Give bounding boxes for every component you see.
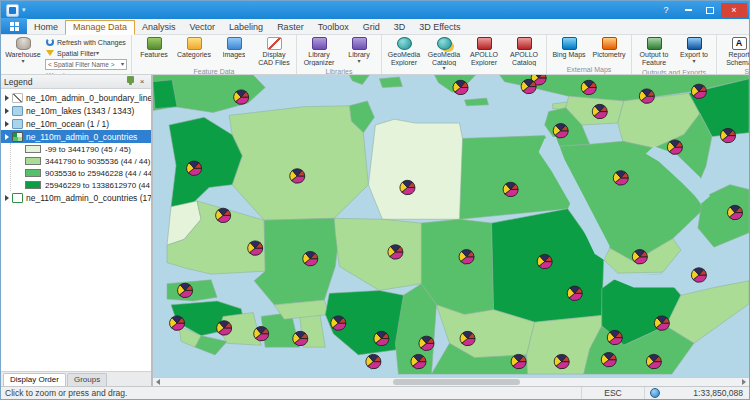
app-menu-icon: [10, 22, 19, 31]
report-schema-icon: A: [732, 37, 747, 50]
thematic-layer-icon: [12, 132, 23, 142]
minimize-button[interactable]: [677, 3, 699, 18]
maximize-icon: [706, 7, 714, 14]
library-icon: [352, 37, 367, 50]
legend-entry-lakes[interactable]: ne_10m_lakes (1343 / 1343): [1, 104, 151, 117]
pictometry-icon: [602, 37, 617, 50]
refresh-with-changes-button[interactable]: Refresh with Changes: [45, 37, 127, 47]
legend-entry-boundary-lines[interactable]: ne_10m_admin_0_boundary_lines_land (: [1, 91, 151, 104]
images-button[interactable]: Images: [214, 36, 254, 60]
tab-manage-data[interactable]: Manage Data: [65, 20, 135, 35]
legend-class-row[interactable]: 9035536 to 25946228 (44 / 44): [11, 167, 151, 179]
library-organizer-button[interactable]: Library Organizer: [299, 36, 339, 67]
status-bar: Click to zoom or press and drag. ESC 1:3…: [1, 386, 749, 399]
scroll-right-icon: [742, 379, 746, 385]
status-message: Click to zoom or press and drag.: [1, 388, 581, 398]
pictometry-button[interactable]: Pictometry: [589, 36, 629, 60]
warehouse-button[interactable]: Warehouse ▾: [3, 36, 43, 65]
minimize-icon: [685, 9, 692, 11]
cad-file-icon: [267, 37, 282, 50]
ribbon-group-libraries: Library Organizer Library ▾ Libraries: [297, 35, 382, 74]
tree-arrow-icon: [5, 108, 9, 114]
legend-class-row[interactable]: 25946229 to 1338612970 (44 / 44): [11, 179, 151, 191]
geomedia-explorer-button[interactable]: GeoMedia Explorer: [384, 36, 424, 67]
legend-entry-ocean[interactable]: ne_10m_ocean (1 / 1): [1, 117, 151, 130]
help-button[interactable]: ?: [655, 3, 677, 18]
filter-icon: [46, 50, 54, 56]
maximize-button[interactable]: [699, 3, 721, 18]
legend-entry-countries[interactable]: ne_110m_admin_0_countries (177 / 177): [1, 191, 151, 204]
features-icon: [147, 37, 162, 50]
legend-entry-countries-theme[interactable]: ne_110m_admin_0_countries: [1, 130, 151, 143]
ribbon-group-external-maps: Bing Maps Pictometry External Maps: [547, 35, 632, 74]
export-icon: [687, 37, 702, 50]
legend-close-button[interactable]: ×: [136, 76, 148, 87]
tab-home[interactable]: Home: [27, 21, 65, 34]
title-bar: ▾ ? ×: [1, 1, 749, 19]
globe-icon: [650, 388, 660, 398]
esc-indicator: ESC: [581, 387, 645, 399]
area-layer-icon: [12, 193, 23, 203]
map-view[interactable]: [153, 75, 749, 386]
apollo-catalog-button[interactable]: APOLLO Catalog: [504, 36, 544, 67]
tab-analysis[interactable]: Analysis: [135, 21, 183, 34]
tree-arrow-icon: [5, 121, 9, 127]
tab-groups[interactable]: Groups: [67, 373, 107, 386]
chevron-down-icon: ▾: [357, 59, 360, 64]
output-to-feature-classes-button[interactable]: Output to Feature Classes: [634, 36, 674, 68]
tab-3d-effects[interactable]: 3D Effects: [412, 21, 467, 34]
scrollbar-thumb[interactable]: [393, 379, 520, 385]
spatial-filter-button[interactable]: Spatial Filter ▾: [45, 48, 127, 58]
apollo-explorer-icon: [477, 37, 492, 50]
quick-access-dropdown-icon[interactable]: ▾: [22, 6, 26, 14]
map-canvas: [153, 75, 749, 377]
tab-labeling[interactable]: Labeling: [222, 21, 270, 34]
export-to-button[interactable]: Export to ▾: [674, 36, 714, 65]
ribbon-group-schemas: A Report Schema A Schema Manager Schemas: [717, 35, 749, 74]
tab-vector[interactable]: Vector: [183, 21, 223, 34]
scrollbar-track[interactable]: [163, 378, 739, 386]
tab-3d[interactable]: 3D: [387, 21, 413, 34]
bing-maps-button[interactable]: Bing Maps: [549, 36, 589, 60]
group-label-schemas: Schemas: [719, 67, 749, 75]
lakes-layer-icon: [12, 106, 23, 116]
app-window: ▾ ? × Home Manage Data Analysis Vector L…: [0, 0, 750, 400]
tab-grid[interactable]: Grid: [356, 21, 387, 34]
map-scale-value[interactable]: 1:33,850,088: [665, 388, 749, 398]
geomedia-catalog-button[interactable]: GeoMedia Catalog ▾: [424, 36, 464, 72]
scroll-right-button[interactable]: [739, 378, 749, 386]
group-label-libraries: Libraries: [299, 67, 379, 75]
tree-arrow-icon: [5, 134, 9, 140]
line-layer-icon: [12, 93, 23, 103]
tab-toolbox[interactable]: Toolbox: [311, 21, 356, 34]
bing-maps-icon: [562, 37, 577, 50]
images-icon: [227, 37, 242, 50]
categories-button[interactable]: Categories: [174, 36, 214, 60]
tab-display-order[interactable]: Display Order: [3, 373, 66, 386]
tab-raster[interactable]: Raster: [270, 21, 311, 34]
close-button[interactable]: ×: [721, 3, 747, 18]
library-button[interactable]: Library ▾: [339, 36, 379, 65]
apollo-explorer-button[interactable]: APOLLO Explorer: [464, 36, 504, 67]
app-icon[interactable]: [6, 4, 19, 17]
warehouse-icon: [16, 37, 31, 50]
legend-panel: Legend × ne_10m_admin_0_boundary_lines_l…: [1, 75, 153, 386]
features-button[interactable]: Features: [134, 36, 174, 60]
legend-theme-classes: -99 to 3441790 (45 / 45) 3441790 to 9035…: [10, 143, 151, 191]
app-menu-button[interactable]: [1, 18, 27, 34]
legend-class-row[interactable]: -99 to 3441790 (45 / 45): [11, 143, 151, 155]
chevron-down-icon: ▾: [692, 59, 695, 64]
auto-hide-pin-button[interactable]: [124, 76, 136, 87]
map-horizontal-scrollbar[interactable]: [153, 377, 749, 386]
spatial-filter-name-combo[interactable]: < Spatial Filter Name > ▾: [45, 59, 127, 70]
ribbon-group-outputs: Output to Feature Classes Export to ▾ Ou…: [632, 35, 717, 74]
scroll-left-button[interactable]: [153, 378, 163, 386]
ocean-layer-icon: [12, 119, 23, 129]
group-label-feature-data: Feature Data: [134, 67, 294, 75]
display-cad-files-button[interactable]: Display CAD Files: [254, 36, 294, 67]
ribbon-group-feature-data: Features Categories Images Display CAD F…: [132, 35, 297, 74]
legend-header: Legend ×: [1, 75, 151, 89]
legend-class-row[interactable]: 3441790 to 9035536 (44 / 44): [11, 155, 151, 167]
geomedia-explorer-icon: [397, 37, 412, 50]
report-schema-button[interactable]: A Report Schema: [719, 36, 749, 67]
